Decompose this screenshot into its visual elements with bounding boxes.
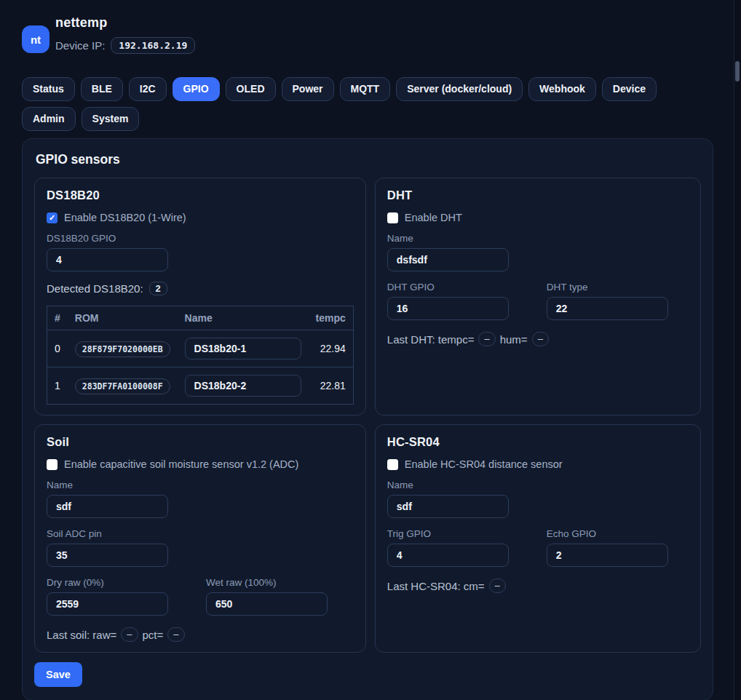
tab-bar: Status BLE I2C GPIO OLED Power MQTT Serv… [22,77,713,131]
soil-last-pct-value: – [167,627,184,642]
hcsr04-gpio-row: Trig GPIO Echo GPIO [387,528,689,577]
hcsr04-trig-field: Trig GPIO [387,528,509,567]
dht-type-label: DHT type [547,282,668,293]
dht-name-input[interactable] [387,248,509,271]
soil-dry-field: Dry raw (0%) [47,577,168,616]
soil-raw-row: Dry raw (0%) Wet raw (100%) [47,577,354,626]
soil-dry-label: Dry raw (0%) [47,577,168,588]
ds18b20-detected-count-badge: 2 [149,282,167,295]
tab-admin[interactable]: Admin [22,107,76,131]
card-ds18b20: DS18B20 ✓ Enable DS18B20 (1-Wire) DS18B2… [34,178,366,415]
ds18b20-enable-label: Enable DS18B20 (1-Wire) [64,212,186,223]
col-header-tempc: tempc [309,306,354,330]
hcsr04-name-label: Name [387,480,689,490]
ds18b20-table: # ROM Name tempc 0 28F879F7020000EB 22.9… [47,306,354,405]
ds18b20-enable-checkbox[interactable]: ✓ [47,212,58,223]
ds18b20-gpio-input[interactable] [47,248,168,271]
tab-oled[interactable]: OLED [226,77,276,101]
soil-adc-label: Soil ADC pin [47,528,354,539]
device-ip-label: Device IP: [55,39,105,52]
hcsr04-last-cm-label: Last HC-SR04: cm= [387,580,485,592]
dht-last-hum-label: hum= [500,333,528,346]
hcsr04-enable-checkbox[interactable] [387,459,398,470]
col-header-rom: ROM [68,306,178,330]
soil-wet-input[interactable] [206,592,328,616]
hcsr04-name-field: Name [387,480,689,518]
soil-last-pct-label: pct= [143,629,164,641]
tab-ble[interactable]: BLE [81,77,123,101]
device-ip-badge: 192.168.2.19 [111,37,195,54]
tab-gpio[interactable]: GPIO [173,77,220,101]
hcsr04-card-title: HC-SR04 [387,435,689,449]
gpio-sensors-panel: GPIO sensors DS18B20 ✓ Enable DS18B20 (1… [22,138,713,700]
dht-card-title: DHT [387,188,689,202]
tempc-value: 22.94 [309,330,354,367]
soil-card-title: Soil [47,435,354,449]
soil-enable-label: Enable capacitive soil moisture sensor v… [64,458,298,470]
dht-last-reading: Last DHT: tempc= – hum= – [387,332,689,346]
hcsr04-trig-label: Trig GPIO [387,528,509,539]
row-index: 1 [47,367,68,405]
save-button[interactable]: Save [34,662,82,687]
dht-type-field: DHT type [547,282,668,320]
soil-adc-field: Soil ADC pin [47,528,354,567]
dht-last-tempc-label: Last DHT: tempc= [387,333,475,346]
dht-gpio-label: DHT GPIO [387,282,509,293]
table-row: 0 28F879F7020000EB 22.94 [47,330,354,367]
soil-wet-field: Wet raw (100%) [206,577,328,616]
hcsr04-echo-field: Echo GPIO [547,528,668,567]
scrollbar-thumb[interactable] [735,61,740,81]
enable-ds18b20-row[interactable]: ✓ Enable DS18B20 (1-Wire) [47,212,354,223]
tab-i2c[interactable]: I2C [129,77,167,101]
dht-enable-label: Enable DHT [405,212,462,223]
hcsr04-trig-input[interactable] [387,544,509,567]
hcsr04-last-reading: Last HC-SR04: cm= – [387,578,689,593]
soil-last-raw-value: – [121,627,138,642]
row-index: 0 [47,330,68,367]
hcsr04-echo-input[interactable] [547,544,668,567]
dht-name-label: Name [387,233,689,244]
ds18b20-detected-label: Detected DS18B20: [47,282,143,295]
ds18b20-table-header-row: # ROM Name tempc [47,306,354,330]
soil-enable-checkbox[interactable] [47,459,58,470]
card-dht: DHT Enable DHT Name DHT GPIO DHT type [375,178,701,415]
enable-hcsr04-row[interactable]: Enable HC-SR04 distance sensor [387,458,689,470]
rom-badge: 283DF7FA0100008F [75,378,170,394]
soil-name-input[interactable] [47,495,168,518]
enable-dht-row[interactable]: Enable DHT [387,212,689,223]
header-text: nettemp Device IP: 192.168.2.19 [55,15,195,54]
soil-adc-input[interactable] [47,544,168,567]
dht-gpio-input[interactable] [387,297,509,320]
app-header: nt nettemp Device IP: 192.168.2.19 [22,15,713,54]
col-header-name: Name [178,306,309,330]
sensor-name-input[interactable] [185,338,301,359]
ds18b20-card-title: DS18B20 [47,188,354,202]
tab-webhook[interactable]: Webhook [528,77,596,101]
page-title: nettemp [55,15,195,31]
hcsr04-echo-label: Echo GPIO [547,528,668,539]
soil-last-reading: Last soil: raw= – pct= – [47,627,354,642]
ds18b20-gpio-label: DS18B20 GPIO [47,233,354,244]
tab-server[interactable]: Server (docker/cloud) [396,77,523,101]
tab-system[interactable]: System [82,107,140,131]
enable-soil-row[interactable]: Enable capacitive soil moisture sensor v… [47,458,354,470]
ds18b20-gpio-field: DS18B20 GPIO [47,233,354,271]
scrollbar-track[interactable] [734,0,741,700]
app-logo: nt [22,25,49,53]
dht-last-tempc-value: – [478,332,495,346]
dht-enable-checkbox[interactable] [387,212,398,223]
tab-mqtt[interactable]: MQTT [340,77,391,101]
tab-power[interactable]: Power [282,77,334,101]
soil-dry-input[interactable] [47,592,168,616]
hcsr04-enable-label: Enable HC-SR04 distance sensor [405,458,563,470]
tab-status[interactable]: Status [22,77,75,101]
dht-last-hum-value: – [532,332,549,346]
dht-type-input[interactable] [547,297,668,320]
dht-name-field: Name [387,233,689,271]
tab-device[interactable]: Device [602,77,657,101]
device-ip-row: Device IP: 192.168.2.19 [55,37,195,54]
dht-gpio-type-row: DHT GPIO DHT type [387,282,689,330]
sensor-name-input[interactable] [185,375,301,397]
hcsr04-name-input[interactable] [387,495,509,518]
page: nt nettemp Device IP: 192.168.2.19 Statu… [0,0,734,700]
